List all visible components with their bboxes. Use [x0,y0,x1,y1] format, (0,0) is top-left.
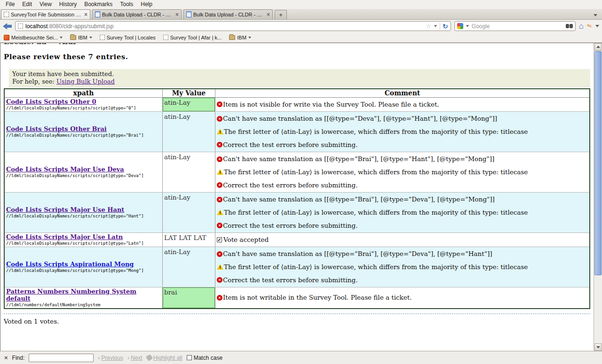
xpath-cell: Code Lists Scripts Major Use Deva //ldml… [5,152,163,192]
tab-close-icon[interactable]: × [267,12,270,17]
xpath-code: //ldml/localeDisplayNames/scripts/script… [6,173,161,178]
xpath-link[interactable]: Patterns Numbers Numbering System defaul… [6,288,161,302]
value-cell: atin-Lay [163,112,215,152]
error-icon: × [217,182,222,188]
tab-list-chevron-icon[interactable] [594,14,597,16]
page-content: Locale: aa — Afar Please review these 7 … [0,43,602,351]
menu-file[interactable]: File [2,0,18,8]
page-favicon-icon [95,11,100,17]
grid-icon [4,35,9,40]
comment-text: Vote accepted [223,236,269,244]
warning-icon: ! [217,264,223,270]
comment: ✓Vote accepted [217,236,588,244]
find-input[interactable] [29,354,94,362]
vote-summary: Voted on 1 votes. [4,318,594,325]
highlight-all-button[interactable]: Highlight all [147,355,182,361]
error-icon: × [217,295,222,301]
comment-text: Can't have same translation as [[@type="… [223,115,497,123]
xpath-link[interactable]: Code Lists Scripts Major Use Deva [6,166,161,173]
notice-line1: Your items have been submitted. [12,70,587,78]
match-case-toggle[interactable]: Match case [187,355,222,361]
menu-history[interactable]: History [55,0,80,8]
xpath-link[interactable]: Code Lists Scripts Other Brai [6,125,161,132]
scrollbar-thumb[interactable] [594,51,602,275]
quick-find-icon [566,24,573,28]
xpath-link[interactable]: Code Lists Scripts Major Use Latn [6,233,161,240]
xpath-link[interactable]: Code Lists Scripts Major Use Hant [6,206,161,213]
comment: !The first letter of ⟨atin-Lay⟩ is lower… [217,168,588,176]
tab-1[interactable]: SurveyTool File Submission | ...× [1,9,90,19]
error-icon: × [217,156,222,162]
xpath-cell: Code Lists Scripts Major Use Hant //ldml… [5,193,163,232]
find-previous-button[interactable]: ‹Previous [98,355,123,361]
url-dropdown-chevron-icon[interactable] [434,25,437,27]
search-box[interactable]: Google [454,21,576,31]
scroll-down-button[interactable] [594,343,602,351]
vote-accepted-checkbox[interactable]: ✓ [217,237,222,242]
url-path: :8080/cldr-apps/submit.jsp [48,23,113,30]
google-logo-icon [457,23,463,29]
header-comment: Comment [215,89,589,97]
folder-icon [70,35,76,40]
tabs-container: SurveyTool File Submission | ...×Bulk Da… [1,9,275,19]
value-cell: LAT LAT LAT [163,233,215,247]
comment-text: The first letter of ⟨atin-Lay⟩ is lowerc… [224,128,528,136]
menu-edit[interactable]: Edit [18,0,36,8]
bookmark-item-4[interactable]: Survey Tool | Afar | k... [163,35,222,40]
bookmark-star-icon[interactable]: ☆ [426,23,431,29]
back-button[interactable] [3,23,12,30]
reload-icon[interactable]: ↻ [443,23,448,30]
xpath-link[interactable]: Code Lists Scripts Other 0 [6,98,161,105]
comment: !The first letter of ⟨atin-Lay⟩ is lower… [217,128,588,136]
find-bar: × Find: ‹Previous ›Next Highlight all Ma… [0,351,602,364]
comment-cell: ✓Vote accepted [215,233,589,247]
url-bar[interactable]: localhost:8080/cldr-apps/submit.jsp ☆ ↻ [15,21,451,31]
home-icon[interactable]: ⌂ [579,22,584,30]
search-engine-chevron-icon[interactable] [466,25,469,27]
comment-text: Can't have same translation as [[@type="… [223,250,492,258]
xpath-link[interactable]: Code Lists Scripts Aspirational Mong [6,261,161,268]
scroll-up-button[interactable] [594,43,602,51]
page-viewport: Locale: aa — Afar Please review these 7 … [0,43,594,351]
comment-text: The first letter of ⟨atin-Lay⟩ is lowerc… [224,168,528,176]
feather-icon[interactable]: ✎ [586,22,593,31]
using-bulk-upload-link[interactable]: Using Bulk Upload [56,78,115,85]
new-tab-button[interactable]: + [275,10,287,19]
arrow-down-icon [596,346,600,349]
menu-help[interactable]: Help [137,0,156,8]
vertical-scrollbar[interactable] [594,43,602,351]
toolbar-overflow-chevron-icon[interactable] [595,25,599,27]
tab-2[interactable]: Bulk Data Upload - CLDR - Un...× [92,9,182,19]
bookmark-item-5[interactable]: IBM [229,35,251,40]
tab-close-icon[interactable]: × [175,12,179,17]
table-row: Code Lists Scripts Aspirational Mong //l… [5,247,589,287]
browser-window: FileEditViewHistoryBookmarksToolsHelp Su… [0,0,602,364]
bookmarks-bar: Meistbesuchte Sei...IBMSurvey Tool | Loc… [0,33,602,43]
bookmark-item-3[interactable]: Survey Tool | Locales [100,35,156,40]
bookmark-item-2[interactable]: IBM [70,35,92,40]
menu-bookmarks[interactable]: Bookmarks [80,0,116,8]
menu-view[interactable]: View [36,0,55,8]
value-cell: atin-Lay [163,193,215,232]
value-text: atin-Lay [164,194,190,201]
search-placeholder[interactable]: Google [472,23,563,30]
url-text[interactable]: localhost:8080/cldr-apps/submit.jsp [25,23,423,30]
page-favicon-icon [186,11,191,17]
xpath-cell: Code Lists Scripts Major Use Latn //ldml… [5,233,163,247]
find-close-icon[interactable]: × [4,354,8,361]
match-case-checkbox[interactable] [187,355,192,360]
tab-3[interactable]: Bulk Data Upload - CLDR - Un...× [183,9,273,19]
menu-tools[interactable]: Tools [116,0,137,8]
value-cell: atin-Lay [163,98,215,111]
error-icon: × [217,101,222,107]
bookmark-item-1[interactable]: Meistbesuchte Sei... [4,35,63,40]
find-next-button[interactable]: ›Next [127,355,143,361]
chevron-down-icon [60,37,63,39]
comment: ×Item is not visible for write via the S… [217,101,588,108]
comment-text: Item is not visible for write via the Su… [223,101,439,108]
comment-text: The first letter of ⟨atin-Lay⟩ is lowerc… [224,209,528,217]
url-host: localhost [25,23,48,30]
warning-icon: ! [217,209,223,215]
comment-cell: ×Can't have same translation as [[@type=… [215,152,589,192]
tab-close-icon[interactable]: × [84,12,87,17]
